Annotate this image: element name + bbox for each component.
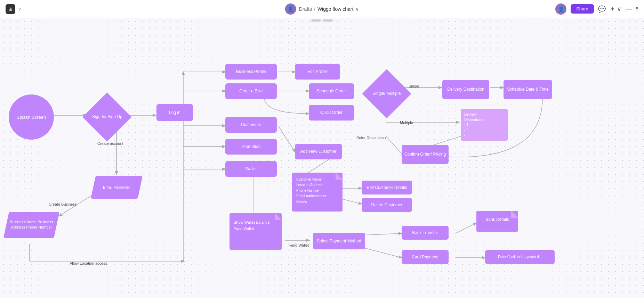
order-a-bike-node: Order a Bike [225,83,277,99]
email-password-node: Email Password [91,176,143,199]
svg-line-26 [456,223,476,233]
drafts-link[interactable]: Drafts [299,6,312,12]
svg-line-21 [341,199,362,204]
title-chevron[interactable]: ∨ [355,6,359,12]
app-menu-chevron[interactable]: ∨ [18,7,21,11]
customer-details-doc: Customer Name Location/Address Phone Num… [292,173,343,212]
svg-line-16 [386,136,402,154]
breadcrumb: Drafts / Wiggo flow chart ∨ [299,6,359,12]
enter-destination-label: Enter Destination [356,135,386,140]
app-icon[interactable]: ⊞ [6,4,15,14]
tab-pill-2[interactable] [323,19,333,22]
enter-card-node: Enter Card and payment d... [485,250,555,264]
create-business-label: Create Business [49,202,77,206]
single-label: Single [409,84,419,88]
add-new-customer-node: Add New Customer [295,144,342,159]
quick-order-node: Quick Order [309,105,354,121]
ai-button[interactable]: ✦ ∨ [610,5,621,13]
svg-line-18 [278,126,295,152]
header-center: 👤 Drafts / Wiggo flow chart ∨ [285,3,359,15]
show-wallet-node: Show Wallet Balance Fund Wallet [230,213,282,250]
allow-location-label: Allow Location access [70,261,107,265]
multiple-label: Multiple [400,121,413,125]
single-multiple-node: Single/ Multiple [362,69,411,118]
header: ⊞ ∨ 👤 Drafts / Wiggo flow chart ∨ 👤 Shar… [0,0,644,18]
business-profile-node: Business Profile [225,64,277,80]
delivery-destinations-note: Delivery Destinations: • 1 • 2 • ... [461,109,508,141]
delivery-destination-node: Delivery Destination [442,80,489,99]
confirm-order-node: Confirm Order/ Pricing [402,145,449,164]
svg-line-24 [362,233,402,235]
chart-title[interactable]: Wiggo flow chart [317,6,353,12]
comment-button[interactable]: 💬 [598,5,606,13]
delete-customer-node: Delete Customer [362,198,412,212]
promotion-node: Promotion [225,139,277,155]
breadcrumb-separator: / [314,6,315,12]
tab-pill-1[interactable] [311,19,321,22]
log-in-node: Log in [156,104,193,121]
customers-node: Customers [225,117,277,133]
header-left: ⊞ ∨ [6,4,21,14]
edit-profile-node: Edit Profile [295,64,340,80]
fund-wallet-label: Fund Wallet [289,243,309,247]
sign-in-up-node: Sign In/ Sign Up [82,92,131,141]
business-info-node: Business Name Business Address Phone Num… [3,212,59,238]
svg-line-25 [362,247,402,258]
user-avatar[interactable]: 👤 [555,3,566,15]
schedule-order-node: Schedule Order [309,83,354,99]
bank-details-node: Bank Details [476,211,518,232]
avatar: 👤 [285,3,296,15]
splash-screen-node: Splash Screen [9,94,54,140]
card-payment-node: Card Payment [402,250,449,264]
create-account-label: Create account [97,141,123,146]
select-payment-node: Select Payment Method [313,233,365,249]
edit-customer-node: Edit Customer Details [362,181,412,194]
canvas: Splash Screen Sign In/ Sign Up Log in Cr… [0,18,644,298]
wallet-node: Wallet [225,161,277,177]
tab-count: 5 [636,6,638,11]
header-right: 👤 Share 💬 ✦ ∨ — 5 [555,3,638,15]
tab-bar [311,19,333,22]
minimize-button[interactable]: — [626,5,632,13]
schedule-date-time-node: Schedule Date & Time [504,80,552,99]
share-button[interactable]: Share [571,4,594,14]
bank-transfer-node: Bank Transfer [402,226,449,240]
